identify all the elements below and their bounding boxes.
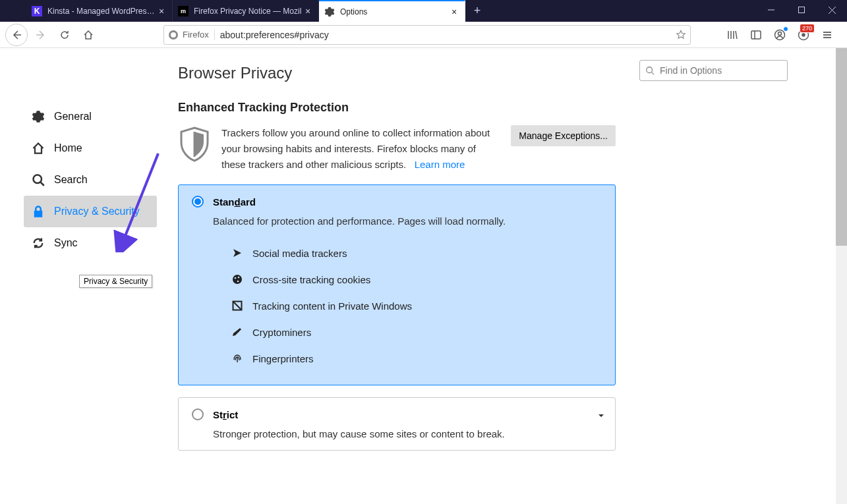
radio-strict[interactable]: [192, 408, 204, 420]
find-input[interactable]: [660, 65, 782, 76]
vertical-scrollbar[interactable]: [836, 48, 847, 504]
sidebar-item-search[interactable]: Search: [24, 164, 157, 196]
close-window-button[interactable]: [817, 0, 847, 20]
sidebar-label: Privacy & Security: [54, 206, 140, 217]
close-tab-icon[interactable]: ×: [303, 6, 313, 16]
favicon-mozilla: m: [178, 6, 189, 16]
svg-point-9: [778, 32, 782, 35]
radio-standard[interactable]: [192, 196, 204, 208]
tracker-content: Tracking content in Private Windows: [231, 293, 602, 319]
bookmark-star-icon[interactable]: [676, 30, 686, 40]
scroll-thumb[interactable]: [836, 48, 847, 246]
minimize-button[interactable]: [756, 0, 786, 20]
protection-option-standard[interactable]: Standard Balanced for protection and per…: [178, 184, 616, 385]
maximize-button[interactable]: [786, 0, 817, 20]
lock-icon: [32, 205, 45, 218]
url-bar[interactable]: Firefox about:preferences#privacy: [163, 25, 691, 45]
tab-kinsta[interactable]: K Kinsta - Managed WordPress H ×: [26, 0, 173, 22]
find-in-options[interactable]: [639, 60, 788, 81]
sidebar-label: Sync: [54, 237, 78, 249]
favicon-kinsta: K: [32, 6, 42, 16]
tab-title: Kinsta - Managed WordPress H: [47, 7, 156, 16]
cookie-icon: [231, 273, 243, 285]
sidebar-item-general[interactable]: General: [24, 101, 157, 132]
identity-box[interactable]: Firefox: [168, 30, 215, 40]
svg-rect-1: [799, 7, 805, 13]
fingerprint-icon: [231, 352, 243, 364]
search-icon: [645, 66, 655, 75]
tooltip: Privacy & Security: [79, 275, 152, 288]
option-desc: Balanced for protection and performance.…: [213, 215, 602, 227]
close-tab-icon[interactable]: ×: [156, 6, 167, 16]
notification-badge: 270: [800, 24, 815, 33]
tab-options[interactable]: Options ×: [319, 0, 465, 22]
option-title: Strict: [213, 409, 238, 420]
tracker-fingerprint: Fingerprinters: [231, 345, 602, 372]
svg-point-15: [34, 175, 42, 184]
section-title: Enhanced Tracking Protection: [178, 101, 847, 115]
library-icon[interactable]: [723, 26, 742, 44]
tab-title: Firefox Privacy Notice — Mozil: [194, 7, 303, 16]
reload-button[interactable]: [54, 24, 75, 45]
svg-line-25: [233, 302, 241, 310]
main-pane: Browser Privacy Enhanced Tracking Protec…: [158, 48, 847, 504]
account-icon[interactable]: [771, 26, 789, 44]
sidebar-item-privacy[interactable]: Privacy & Security: [24, 196, 157, 227]
new-tab-button[interactable]: +: [465, 0, 489, 22]
tracker-list: Social media trackers Cross-site trackin…: [231, 240, 602, 372]
chevron-down-icon[interactable]: [597, 411, 606, 420]
svg-point-22: [238, 277, 240, 279]
titlebar: K Kinsta - Managed WordPress H × m Firef…: [0, 0, 847, 22]
firefox-logo-icon: [168, 30, 179, 40]
page-content: General Home Search Privacy & Security S…: [0, 48, 847, 504]
tracker-social: Social media trackers: [231, 240, 602, 266]
back-button[interactable]: [5, 24, 28, 46]
sidebar-label: Home: [54, 142, 82, 154]
menu-icon[interactable]: [818, 26, 836, 44]
tab-strip: K Kinsta - Managed WordPress H × m Firef…: [0, 0, 489, 22]
svg-line-19: [652, 72, 655, 75]
window-controls: [756, 0, 847, 20]
social-icon: [231, 247, 243, 259]
forward-button[interactable]: [30, 24, 51, 45]
tab-title: Options: [340, 7, 449, 16]
toolbar-right: 270: [723, 26, 842, 44]
etp-description: Trackers follow you around online to col…: [221, 125, 500, 173]
gear-icon: [32, 110, 45, 123]
option-desc: Stronger protection, but may cause some …: [213, 428, 602, 439]
svg-rect-6: [751, 31, 761, 39]
svg-point-11: [802, 34, 805, 36]
tab-privacy-notice[interactable]: m Firefox Privacy Notice — Mozil ×: [173, 0, 319, 22]
cryptominer-icon: [231, 326, 243, 338]
learn-more-link[interactable]: Learn more: [415, 159, 465, 170]
sidebar-label: General: [54, 111, 92, 123]
notification-dot: [783, 26, 788, 32]
home-button[interactable]: [78, 24, 99, 45]
whatsnew-icon[interactable]: 270: [794, 26, 813, 44]
svg-line-16: [41, 182, 44, 186]
home-icon: [32, 142, 45, 155]
sidebar-icon[interactable]: [747, 26, 765, 44]
protection-option-strict[interactable]: Strict Stronger protection, but may caus…: [178, 397, 616, 451]
shield-icon: [178, 125, 211, 162]
sidebar-item-home[interactable]: Home: [24, 132, 157, 164]
nav-toolbar: Firefox about:preferences#privacy 270: [0, 22, 847, 48]
svg-point-20: [233, 275, 242, 284]
svg-point-5: [171, 32, 176, 38]
etp-intro: Trackers follow you around online to col…: [178, 125, 616, 173]
gear-icon: [324, 7, 335, 17]
option-title: Standard: [213, 196, 256, 208]
tracker-cookies: Cross-site tracking cookies: [231, 266, 602, 293]
sync-icon: [32, 237, 45, 250]
manage-exceptions-button[interactable]: Manage Exceptions...: [511, 125, 616, 146]
identity-label: Firefox: [183, 30, 209, 40]
svg-point-23: [237, 281, 239, 283]
svg-point-18: [647, 67, 653, 73]
svg-point-21: [235, 277, 237, 279]
sidebar-label: Search: [54, 174, 88, 186]
tracker-crypto: Cryptominers: [231, 319, 602, 345]
sidebar-item-sync[interactable]: Sync: [24, 227, 157, 259]
blocked-icon: [231, 300, 243, 312]
url-text: about:preferences#privacy: [220, 30, 670, 40]
close-tab-icon[interactable]: ×: [449, 7, 459, 17]
